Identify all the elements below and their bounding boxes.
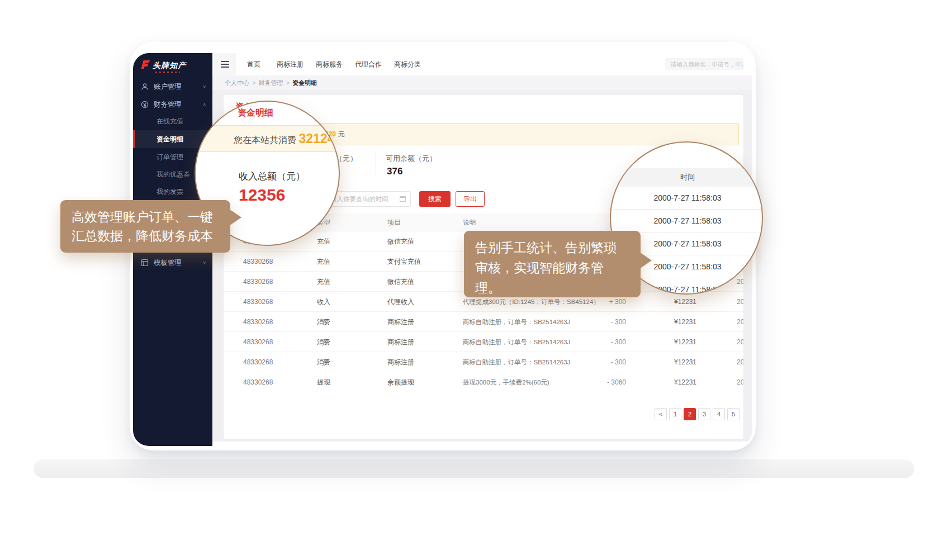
breadcrumb-current: 资金明细 (292, 79, 317, 86)
top-navbar: 首页 商标注册 商标服务 代理合作 商标分类 (212, 53, 752, 75)
sidebar-item-label: 模板管理 (154, 258, 182, 268)
breadcrumb-item[interactable]: 财务管理 (258, 79, 283, 86)
breadcrumb: 个人中心>财务管理>资金明细 (212, 75, 752, 90)
cell-order: 48330268 (243, 272, 310, 292)
magnified-banner-prefix: 您在本站共消费 (234, 135, 298, 145)
stat-divider (376, 151, 376, 175)
magnified-banner: 您在本站共消费 32124 元 (196, 125, 340, 152)
hamburger-icon[interactable] (214, 53, 236, 75)
callout-left-arrow (229, 209, 241, 226)
cell-balance: ¥12231 (665, 332, 696, 352)
breadcrumb-separator: > (286, 79, 289, 86)
cell-order: 48330268 (243, 312, 310, 332)
sidebar-item-label: 账户管理 (154, 82, 182, 92)
callout-left: 高效管理账户订单、一键 汇总数据，降低财务成本 (60, 200, 230, 253)
stat-balance-value: 376 (387, 166, 402, 177)
cell-type: 充值 (317, 272, 373, 292)
cell-time: 2000-7-27 11:58:03 (737, 292, 743, 312)
table-row: 48330268消费商标注册商标自助注册，订单号：SB2514263J- 300… (224, 352, 743, 372)
cell-desc: 商标自助注册，订单号：SB2514263J (463, 352, 594, 372)
calendar-icon[interactable] (400, 196, 406, 202)
template-icon (141, 259, 149, 267)
magnified-income-value: 12356 (239, 186, 285, 205)
table-row: 48330268消费商标注册商标自助注册，订单号：SB2514263J- 300… (224, 332, 743, 352)
cell-type: 消费 (317, 352, 373, 372)
cell-order: 48330268 (243, 332, 310, 352)
brand-tagline-dots (155, 72, 180, 73)
magnified-banner-text: 您在本站共消费 32124 元 (234, 126, 340, 151)
cell-balance: ¥12231 (665, 292, 696, 312)
brand-name: 头牌知产 (153, 61, 186, 71)
cell-project: 商标注册 (387, 312, 457, 332)
cell-balance: ¥12231 (665, 372, 696, 392)
pagination-page-2[interactable]: 2 (684, 408, 696, 420)
cell-project: 微信充值 (387, 272, 457, 292)
nav-item-tm-register[interactable]: 商标注册 (277, 53, 304, 75)
breadcrumb-item[interactable]: 个人中心 (225, 79, 249, 86)
cell-type: 消费 (317, 312, 373, 332)
cell-time: 2000-7-27 11:58:03 (737, 332, 743, 352)
cell-project: 商标注册 (387, 352, 457, 372)
magnified-time-header: 时间 (611, 168, 763, 187)
chevron-down-icon: ∨ (202, 260, 206, 265)
time-query-input[interactable] (324, 191, 411, 207)
stat-balance-label: 可用余额（元） (386, 154, 437, 164)
trademark-search-input[interactable] (665, 58, 743, 70)
table-row: 48330268提现余额提现提现3000元，手续费2%(60元)- 3060¥1… (224, 372, 743, 392)
cell-amount: - 300 (584, 352, 626, 372)
export-button[interactable]: 导出 (456, 191, 485, 207)
pagination-page-1[interactable]: 1 (669, 408, 681, 420)
cell-balance: ¥12231 (665, 312, 696, 332)
pagination-page-3[interactable]: 3 (698, 408, 710, 420)
cell-balance: ¥12231 (665, 352, 696, 372)
cell-type: 收入 (317, 292, 373, 312)
nav-item-tm-class[interactable]: 商标分类 (394, 53, 421, 75)
cell-type: 充值 (317, 231, 373, 251)
finance-icon (141, 101, 149, 109)
cell-type: 消费 (317, 332, 373, 352)
cell-desc: 商标自助注册，订单号：SB2514263J (463, 332, 594, 352)
cell-order: 48330268 (243, 251, 310, 272)
callout-right: 告别手工统计、告别繁琐 审核，实现智能财务管 理。 (464, 231, 641, 297)
banner-tail-unit: 元 (338, 130, 344, 138)
chevron-up-icon: ∧ (202, 102, 206, 107)
sidebar-item-finance[interactable]: 财务管理 ∧ (133, 96, 212, 113)
pagination-page-5[interactable]: 5 (727, 408, 740, 420)
cell-time: 2000-7-27 11:58:03 (737, 352, 743, 372)
brand-icon (140, 60, 150, 72)
nav-item-tm-service[interactable]: 商标服务 (316, 53, 343, 75)
pagination-page-4[interactable]: 4 (713, 408, 725, 420)
cell-project: 商标注册 (387, 332, 457, 352)
magnified-income-label: 收入总额（元） (239, 170, 305, 183)
sidebar-item-label: 财务管理 (154, 100, 182, 110)
magnified-time-row: 2000-7-27 11:58:03 (611, 187, 763, 210)
logo[interactable]: 头牌知产 (140, 60, 186, 72)
cell-order: 48330268 (243, 372, 310, 392)
cell-amount: - 300 (584, 312, 626, 332)
sidebar-item-template[interactable]: 模板管理 ∨ (133, 254, 212, 271)
callout-right-arrow (639, 252, 652, 269)
pagination-prev-button[interactable]: < (655, 408, 667, 420)
cell-type: 提现 (317, 372, 373, 392)
magnified-page-title: 资金明细 (238, 107, 273, 119)
cell-order: 48330268 (243, 292, 310, 312)
nav-item-home[interactable]: 首页 (247, 53, 260, 75)
user-icon (141, 83, 149, 91)
search-button[interactable]: 搜索 (419, 191, 451, 207)
cell-type: 充值 (317, 251, 373, 272)
cell-desc: 商标自助注册，订单号：SB2514263J (463, 312, 594, 332)
sidebar-item-account[interactable]: 账户管理 ∨ (133, 78, 212, 95)
cell-desc: 提现3000元，手续费2%(60元) (463, 372, 594, 392)
magnified-time-row: 2000-7-27 11:58:03 (611, 210, 763, 232)
cell-time: 2000-7-27 11:58:03 (737, 312, 743, 332)
cell-order: 48330268 (243, 352, 310, 372)
sort-caret-icon: ∨ (389, 213, 392, 231)
nav-item-agent[interactable]: 代理合作 (355, 53, 382, 75)
cell-project: 代理收入 (387, 292, 457, 312)
sidebar-subitem-online-recharge[interactable]: 在线充值 (133, 112, 212, 130)
col-desc-header: 说明 (463, 213, 594, 231)
cell-amount: - 300 (584, 332, 626, 352)
cell-project: 支付宝充值 (387, 251, 457, 272)
cell-amount: - 3060 (584, 372, 626, 392)
chevron-down-icon: ∨ (202, 84, 206, 89)
